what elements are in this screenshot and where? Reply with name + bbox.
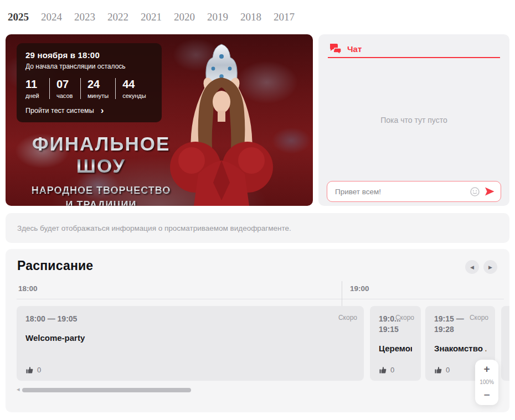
schedule-card-partial[interactable] [501, 306, 509, 381]
thumbs-up-icon [434, 366, 442, 374]
card-title: Welcome-party [25, 333, 355, 343]
year-tab-2023[interactable]: 2023 [74, 11, 95, 23]
soon-badge: Скоро [470, 314, 488, 322]
zoom-in-button[interactable]: + [483, 364, 490, 374]
chevron-right-icon: › [101, 108, 104, 113]
like-button[interactable]: 0 [25, 366, 41, 374]
card-time-range: 18:00 — 19:05 [25, 314, 355, 324]
like-button[interactable]: 0 [379, 366, 394, 374]
video-info-text: Здесь будет отображаться информация о пр… [17, 224, 291, 232]
timeline-ruler [17, 299, 504, 299]
event-date: 29 ноября в 18:00 [25, 50, 153, 60]
year-tab-2024[interactable]: 2024 [41, 11, 62, 23]
countdown-subtitle: До начала трансляции осталось [25, 63, 153, 70]
like-count: 0 [37, 366, 41, 374]
chat-divider [328, 57, 500, 58]
chat-title: Чат [347, 44, 362, 54]
system-test-link[interactable]: Пройти тест системы › [25, 107, 153, 115]
schedule-card-welcome-party[interactable]: 18:00 — 19:05 Скоро Welcome-party 0 [17, 306, 364, 381]
countdown-units: 11 дней 07 часов 24 минуты 44 секунды [25, 78, 153, 99]
year-tabs: 2025 2024 2023 2022 2021 2020 2019 2018 … [8, 11, 295, 23]
like-count: 0 [390, 366, 394, 374]
countdown-days: 11 дней [25, 78, 50, 99]
timeline-label-18: 18:00 [18, 284, 38, 293]
schedule-cards: 18:00 — 19:05 Скоро Welcome-party 0 19:0… [17, 306, 509, 381]
schedule-card-ceremony[interactable]: 19:0... 19:15 Скоро Церемон... 0 [370, 306, 421, 381]
show-subtitle-line2: И ТРАДИЦИИ [6, 199, 197, 206]
card-title: Церемон... [379, 344, 412, 353]
like-count: 0 [446, 366, 450, 374]
card-title: Знакомство ... [434, 344, 486, 353]
thumbs-up-icon [25, 366, 34, 374]
chat-bubbles-icon [329, 43, 342, 54]
zoom-control: + 100% − [475, 360, 498, 405]
emoji-icon[interactable] [470, 187, 480, 196]
zoom-out-button[interactable]: − [483, 390, 490, 400]
chat-input-container [327, 181, 501, 202]
page: 2025 2024 2023 2022 2021 2020 2019 2018 … [0, 0, 515, 420]
year-tab-2018[interactable]: 2018 [240, 11, 261, 23]
thumbs-up-icon [379, 366, 387, 374]
year-tab-2017[interactable]: 2017 [274, 11, 295, 23]
countdown-panel: 29 ноября в 18:00 До начала трансляции о… [17, 43, 162, 122]
like-button[interactable]: 0 [434, 366, 450, 374]
zoom-level-label: 100% [480, 379, 494, 385]
show-title: ФИНАЛЬНОЕ ШОУ [6, 133, 197, 177]
schedule-title: Расписание [17, 258, 93, 273]
scrollbar-left-arrow[interactable]: ◂ [17, 386, 20, 393]
schedule-prev-button[interactable]: ◀ [465, 260, 479, 274]
year-tab-2022[interactable]: 2022 [107, 11, 128, 23]
chat-message-input[interactable] [335, 188, 466, 196]
countdown-seconds: 44 секунды [122, 78, 147, 99]
chat-empty-state: Пока что тут пусто [318, 116, 509, 125]
year-tab-2021[interactable]: 2021 [141, 11, 162, 23]
video-info-bar: Здесь будет отображаться информация о пр… [6, 213, 509, 243]
scrollbar-thumb[interactable] [22, 388, 191, 392]
countdown-minutes: 24 минуты [87, 78, 116, 99]
soon-badge: Скоро [338, 314, 357, 322]
year-tab-2025[interactable]: 2025 [8, 11, 29, 23]
card-time-range-2: 19:15 [379, 324, 412, 335]
timeline-label-19: 19:00 [350, 284, 369, 293]
schedule-nav: ◀ ▶ [465, 260, 497, 274]
card-time-range-2: 19:28 [434, 324, 486, 335]
show-subtitle-line1: НАРОДНОЕ ТВОРЧЕСТВО [6, 185, 197, 196]
event-banner: 29 ноября в 18:00 До начала трансляции о… [6, 34, 313, 206]
schedule-next-button[interactable]: ▶ [483, 260, 497, 274]
chat-header: Чат [329, 43, 362, 54]
send-icon[interactable] [484, 186, 495, 196]
banner-titles: ФИНАЛЬНОЕ ШОУ НАРОДНОЕ ТВОРЧЕСТВО И ТРАД… [6, 133, 197, 206]
chat-panel: Чат Пока что тут пусто [318, 34, 509, 206]
year-tab-2020[interactable]: 2020 [174, 11, 195, 23]
countdown-hours: 07 часов [56, 78, 81, 99]
soon-badge: Скоро [395, 314, 414, 322]
schedule-section: Расписание ◀ ▶ 18:00 19:00 18:00 — 19:05… [6, 249, 509, 412]
timeline-hour-divider [342, 281, 342, 306]
year-tab-2019[interactable]: 2019 [207, 11, 228, 23]
